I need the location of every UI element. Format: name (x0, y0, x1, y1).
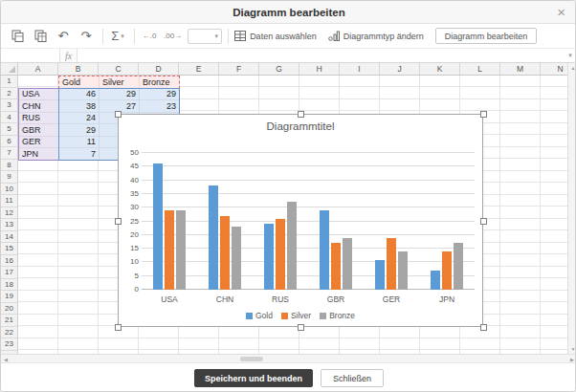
redo-icon[interactable]: ↷ (78, 27, 95, 46)
value-cell[interactable]: 46 (59, 89, 100, 101)
bar-bronze-GER (398, 251, 408, 290)
y-tick-label: 10 (122, 258, 139, 266)
scroll-down-icon[interactable]: ▼ (568, 344, 576, 354)
decrease-decimal-icon[interactable]: ←.0 (141, 27, 158, 46)
row-header-15[interactable]: 15 (1, 243, 18, 255)
column-header-B[interactable]: B (58, 63, 99, 76)
save-and-exit-button[interactable]: Speichern und beenden (194, 369, 313, 387)
row-header-1[interactable]: 1 (1, 76, 18, 88)
dialog-titlebar: Diagramm bearbeiten × (1, 1, 576, 24)
row-header-4[interactable]: 4 (1, 112, 18, 124)
label-cell[interactable]: USA (19, 89, 59, 101)
row-header-3[interactable]: 3 (1, 99, 18, 112)
x-tick-label: JPN (419, 294, 475, 304)
sum-icon[interactable]: Σ▾ (109, 27, 126, 46)
value-cell[interactable]: 29 (59, 124, 100, 137)
label-cell[interactable]: RUS (19, 113, 59, 125)
row-header-17[interactable]: 17 (1, 267, 18, 279)
series-header-range[interactable]: GoldSilverBronze (58, 76, 180, 89)
chart-resize-handle[interactable] (115, 218, 122, 225)
select-all-corner[interactable] (1, 63, 18, 76)
chart-bars (142, 153, 475, 290)
column-header-I[interactable]: I (340, 63, 380, 76)
chart-resize-handle[interactable] (298, 111, 304, 118)
column-header-F[interactable]: F (219, 63, 259, 76)
undo-icon[interactable]: ↶ (55, 27, 72, 46)
row-header-6[interactable]: 6 (1, 136, 18, 148)
value-cell[interactable]: 38 (59, 100, 100, 113)
label-cell[interactable]: CHN (19, 100, 59, 113)
change-chart-type-button[interactable]: Diagrammtyp ändern (328, 31, 424, 41)
category-label-range[interactable]: USACHNRUSGBRGERJPN (18, 88, 59, 161)
row-header-11[interactable]: 11 (1, 195, 18, 207)
row-header-9[interactable]: 9 (1, 171, 18, 184)
row-header-7[interactable]: 7 (1, 147, 18, 160)
value-cell[interactable]: 29 (140, 89, 180, 101)
table-icon (234, 31, 246, 41)
bar-silver-JPN (442, 251, 452, 290)
chart-resize-handle[interactable] (480, 111, 487, 118)
formula-bar-expand-icon[interactable]: ▾ (564, 49, 576, 62)
row-header-12[interactable]: 12 (1, 207, 18, 220)
close-icon[interactable]: × (557, 4, 565, 21)
select-data-button[interactable]: Daten auswählen (234, 31, 317, 41)
horizontal-scrollbar[interactable]: ◀ ▶ (1, 354, 576, 363)
row-header-19[interactable]: 19 (1, 291, 18, 303)
row-header-2[interactable]: 2 (1, 88, 18, 100)
horizontal-scroll-thumb[interactable] (240, 357, 263, 361)
row-header-22[interactable]: 22 (1, 327, 18, 339)
formula-input[interactable] (78, 49, 564, 62)
column-header-J[interactable]: J (380, 63, 420, 76)
row-header-14[interactable]: 14 (1, 231, 18, 244)
column-header-C[interactable]: C (99, 63, 139, 76)
row-header-23[interactable]: 23 (1, 338, 18, 351)
column-header-K[interactable]: K (420, 63, 460, 76)
column-header-E[interactable]: E (179, 63, 219, 76)
column-header-G[interactable]: G (259, 63, 299, 76)
row-header-20[interactable]: 20 (1, 303, 18, 316)
value-cell[interactable]: 23 (140, 100, 180, 113)
row-header-8[interactable]: 8 (1, 160, 18, 172)
bar-bronze-USA (176, 210, 186, 290)
bar-bronze-JPN (454, 243, 463, 290)
chart-resize-handle[interactable] (115, 324, 122, 331)
label-cell[interactable]: JPN (19, 148, 59, 161)
close-button[interactable]: Schließen (321, 369, 384, 387)
scroll-left-icon[interactable]: ◀ (1, 355, 11, 363)
name-box[interactable] (1, 49, 60, 62)
column-header-H[interactable]: H (299, 63, 340, 76)
vertical-scrollbar[interactable]: ▲ ▼ (567, 63, 576, 354)
scroll-up-icon[interactable]: ▲ (568, 63, 576, 73)
row-header-5[interactable]: 5 (1, 123, 18, 136)
column-header-L[interactable]: L (460, 63, 500, 76)
column-header-D[interactable]: D (139, 63, 179, 76)
edit-chart-button[interactable]: Diagramm bearbeiten (435, 28, 538, 44)
row-header-10[interactable]: 10 (1, 184, 18, 196)
value-cell[interactable]: 29 (100, 89, 140, 101)
y-tick-label: 0 (122, 286, 139, 294)
bar-group-GER (375, 238, 408, 290)
scroll-right-icon[interactable]: ▶ (567, 355, 576, 363)
row-header-16[interactable]: 16 (1, 255, 18, 268)
chart-object[interactable]: Diagrammtitel 05101520253035404550 USACH… (118, 114, 483, 327)
chart-resize-handle[interactable] (115, 111, 122, 118)
value-cell[interactable]: 24 (59, 113, 100, 125)
fx-icon: fx (60, 49, 78, 62)
copy-icon[interactable] (9, 27, 26, 46)
chart-resize-handle[interactable] (480, 218, 487, 225)
chart-resize-handle[interactable] (480, 324, 487, 331)
label-cell[interactable]: GBR (19, 124, 59, 137)
number-format-dropdown[interactable]: ▾ (188, 29, 222, 44)
row-header-21[interactable]: 21 (1, 315, 18, 327)
value-cell[interactable]: 7 (59, 148, 100, 161)
row-header-13[interactable]: 13 (1, 219, 18, 231)
row-header-18[interactable]: 18 (1, 279, 18, 292)
chart-resize-handle[interactable] (298, 324, 304, 331)
increase-decimal-icon[interactable]: .00→ (164, 27, 182, 46)
column-header-M[interactable]: M (500, 63, 541, 76)
bar-silver-RUS (276, 219, 285, 290)
paste-icon[interactable] (32, 27, 49, 46)
column-header-A[interactable]: A (18, 63, 58, 76)
value-cell[interactable]: 11 (59, 137, 100, 149)
label-cell[interactable]: GER (19, 137, 59, 149)
